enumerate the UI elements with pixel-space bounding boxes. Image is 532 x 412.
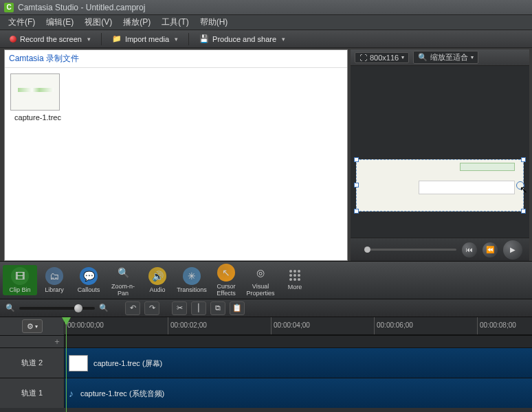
tool-label: Audio — [140, 286, 175, 293]
preview-toolbar: ⛶ 800x116 ▾ 🔍 缩放至适合 ▾ — [351, 49, 529, 66]
rotate-handle[interactable] — [516, 181, 524, 190]
callouts-icon: 💬 — [80, 267, 98, 285]
document-name: Untitled.camproj — [86, 3, 146, 12]
record-icon — [10, 36, 16, 43]
slider-knob[interactable] — [74, 304, 82, 312]
timeline-zoom-slider[interactable] — [19, 307, 95, 310]
playhead[interactable] — [66, 317, 67, 412]
expand-icon: ⛶ — [359, 54, 367, 62]
cursor-effects-icon: ↖ — [217, 264, 235, 282]
zoom-out-icon[interactable] — [5, 304, 15, 312]
produce-share-button[interactable]: 💾 Produce and share — [194, 32, 291, 45]
tool-zoom-n-pan[interactable]: 🔍Zoom-n-Pan — [106, 262, 140, 299]
tool-clip-bin[interactable]: 🎞Clip Bin — [3, 265, 37, 295]
menubar: 文件(F)编辑(E)视图(V)播放(P)工具(T)帮助(H) — [0, 15, 532, 30]
rewind-icon: ⏪ — [486, 246, 494, 253]
clip-bin-icon: 🎞 — [11, 267, 29, 285]
record-screen-button[interactable]: Record the screen — [4, 33, 96, 45]
undo-icon: ↶ — [130, 304, 136, 312]
selection-frame[interactable] — [356, 159, 524, 211]
playback-slider-wrap — [357, 249, 456, 251]
redo-button[interactable]: ↷ — [144, 301, 159, 315]
track-label[interactable]: 轨道 1 — [0, 378, 65, 408]
prev-frame-button[interactable]: ⏮ — [462, 242, 477, 258]
play-icon: ▶ — [510, 246, 516, 253]
resize-handle-ne[interactable] — [521, 157, 526, 162]
clip-item[interactable]: capture-1.trec — [10, 73, 65, 122]
window-title: Camtasia Studio - Untitled.camproj — [18, 3, 145, 12]
preview-content-box — [419, 181, 515, 194]
resize-handle-nw[interactable] — [354, 157, 359, 162]
track-row: 轨道 2capture-1.trec (屏幕) — [0, 347, 532, 378]
resize-handle-sw[interactable] — [354, 209, 359, 214]
menu-3[interactable]: 播放(P) — [118, 15, 156, 30]
tool-label: Visual Properties — [243, 283, 278, 297]
timeline-clip[interactable]: capture-1.trec (屏幕) — [66, 352, 162, 374]
chevron-down-icon: ▾ — [401, 54, 404, 60]
library-icon: 🗂 — [45, 267, 63, 285]
scissors-icon: ✂ — [177, 304, 183, 312]
app-name: Camtasia Studio — [18, 3, 78, 12]
more-icon — [289, 270, 300, 281]
track-row: 轨道 1♪capture-1.trec (系统音频) — [0, 378, 532, 408]
zoom-dropdown[interactable]: 🔍 缩放至适合 ▾ — [413, 51, 478, 64]
zoom-n-pan-icon: 🔍 — [114, 264, 132, 282]
copy-button[interactable]: ⧉ — [210, 301, 225, 315]
canvas-size-button[interactable]: ⛶ 800x116 ▾ — [355, 52, 409, 63]
resize-handle-se[interactable] — [521, 209, 526, 214]
split-icon: ⎮ — [197, 304, 201, 312]
menu-2[interactable]: 视图(V) — [79, 15, 118, 30]
ruler-tick: 00:00:04;00 — [271, 317, 310, 334]
timeline-settings-button[interactable]: ⚙▾ — [22, 319, 43, 333]
tool-label: Zoom-n-Pan — [106, 283, 140, 297]
clip-thumbnail[interactable] — [10, 73, 60, 111]
clip-title: capture-1.trec (屏幕) — [93, 358, 162, 369]
paste-button[interactable]: 📋 — [230, 301, 245, 315]
ruler-tick: 00:00:08;00 — [477, 317, 516, 334]
app-logo-icon: C — [4, 3, 14, 12]
tool-label: Cursor Effects — [209, 283, 243, 297]
menu-1[interactable]: 编辑(E) — [41, 15, 79, 30]
track-label[interactable]: 轨道 2 — [0, 348, 65, 378]
zoom-in-icon[interactable] — [99, 304, 109, 312]
rewind-button[interactable]: ⏪ — [483, 242, 498, 258]
tools-strip: 🎞Clip Bin🗂Library💬Callouts🔍Zoom-n-Pan🔊Au… — [0, 261, 532, 299]
gear-icon: ⚙ — [27, 322, 34, 331]
add-track-row: ＋ — [0, 335, 532, 347]
import-media-button[interactable]: 📁 Import media — [107, 32, 184, 45]
tool-visual-properties[interactable]: ◎Visual Properties — [243, 262, 278, 299]
transitions-icon: ✳ — [183, 267, 201, 285]
resize-handle-w[interactable] — [354, 183, 359, 187]
timeline-settings-cell: ⚙▾ — [0, 317, 65, 335]
clip-bin-panel: Camtasia 录制文件 capture-1.trec — [4, 49, 348, 261]
menu-4[interactable]: 工具(T) — [156, 15, 194, 30]
preview-canvas[interactable]: ↖ — [351, 66, 529, 238]
audio-icon: 🔊 — [148, 267, 166, 285]
timeline-clip[interactable]: ♪capture-1.trec (系统音频) — [66, 382, 164, 404]
tool-transitions[interactable]: ✳Transitions — [175, 265, 209, 295]
produce-label: Produce and share — [212, 35, 276, 43]
track-gap — [65, 335, 532, 347]
play-button[interactable]: ▶ — [503, 240, 522, 260]
playback-slider[interactable] — [364, 249, 456, 251]
timeline: ⚙▾ 00:00:00;0000:00:02;0000:00:04;0000:0… — [0, 317, 532, 412]
tool-callouts[interactable]: 💬Callouts — [71, 265, 106, 295]
menu-5[interactable]: 帮助(H) — [195, 15, 234, 30]
track-lane[interactable]: capture-1.trec (屏幕) — [65, 348, 532, 378]
search-icon: 🔍 — [418, 53, 428, 62]
timeline-ruler[interactable]: 00:00:00;0000:00:02;0000:00:04;0000:00:0… — [65, 317, 532, 335]
workspace: Camtasia 录制文件 capture-1.trec ⛶ 800x116 ▾… — [0, 48, 532, 261]
split-button[interactable]: ⎮ — [191, 301, 206, 315]
tool-library[interactable]: 🗂Library — [37, 265, 71, 295]
clip-bin-body[interactable]: capture-1.trec — [5, 68, 347, 260]
tool-audio[interactable]: 🔊Audio — [140, 265, 175, 295]
menu-0[interactable]: 文件(F) — [3, 15, 41, 30]
add-track-button[interactable]: ＋ — [0, 335, 65, 347]
import-label: Import media — [125, 35, 169, 43]
tool-more[interactable]: More — [278, 268, 312, 293]
cut-button[interactable]: ✂ — [172, 301, 187, 315]
tool-label: Library — [37, 286, 71, 293]
tool-cursor-effects[interactable]: ↖Cursor Effects — [209, 262, 243, 299]
undo-button[interactable]: ↶ — [125, 301, 140, 315]
track-lane[interactable]: ♪capture-1.trec (系统音频) — [65, 378, 532, 408]
